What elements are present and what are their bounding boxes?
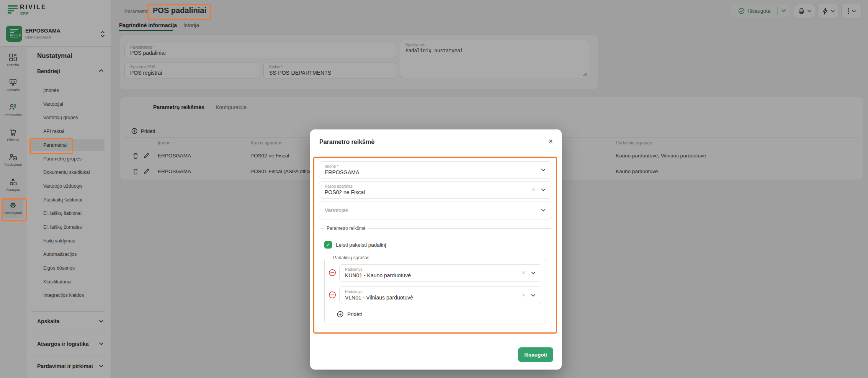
modal-title: Parametro reikšmė	[319, 139, 374, 146]
add-padalinys-label: Pridėti	[347, 311, 362, 317]
chevron-down-icon[interactable]	[531, 272, 536, 275]
chevron-down-icon[interactable]	[531, 294, 536, 297]
chevron-down-icon[interactable]	[541, 209, 546, 212]
check-icon: ✓	[326, 242, 330, 248]
padalinys-label: Padalinys	[345, 267, 542, 272]
padaliniai-group: Padalinių sąrašas Padalinys KUN01 - Kaun…	[324, 258, 546, 324]
plus-circle-icon	[337, 311, 343, 317]
parameter-value-group: Parametro reikšmė ✓ Leisti pakeisti pada…	[318, 228, 553, 329]
imone-select[interactable]: Įmonė * ERPOSGAMA	[319, 161, 552, 179]
clear-icon[interactable]: ✕	[521, 270, 526, 276]
padalinys-value: KUN01 - Kauno parduotuvė	[345, 272, 542, 278]
kasos-label: Kasos aparatas	[325, 184, 552, 188]
vartotojas-placeholder: Vartotojas	[325, 207, 552, 213]
chevron-down-icon[interactable]	[541, 188, 546, 191]
kasos-select[interactable]: Kasos aparatas POS02 ne Fiscal ✕	[319, 181, 552, 199]
close-icon[interactable]: ✕	[548, 138, 553, 145]
save-button-label: Išsaugoti	[524, 352, 547, 358]
list-legend: Padalinių sąrašas	[331, 255, 372, 260]
highlight-sidebar-parametrai	[29, 138, 73, 154]
kasos-value: POS02 ne Fiscal	[325, 189, 552, 195]
highlight-breadcrumb	[147, 4, 211, 20]
required-mark: *	[337, 164, 338, 169]
app-canvas: RIVILE ERP RIVILE ERPOSGAMA ERPOSGAMA	[0, 0, 868, 378]
clear-icon[interactable]: ✕	[531, 187, 536, 193]
padalinys-label: Padalinys	[345, 289, 542, 294]
padalinys-select[interactable]: Padalinys KUN01 - Kauno parduotuvė ✕	[339, 264, 542, 282]
padalinys-value: VLN01 - Vilniaus parduotuvė	[345, 295, 542, 301]
remove-row-icon[interactable]	[329, 269, 336, 277]
allow-change-checkbox[interactable]: ✓	[324, 241, 332, 249]
imone-value: ERPOSGAMA	[325, 169, 552, 175]
group-legend: Parametro reikšmė	[324, 226, 368, 231]
chevron-down-icon[interactable]	[541, 169, 546, 172]
vartotojas-select[interactable]: Vartotojas	[319, 201, 552, 219]
parameter-value-modal: Parametro reikšmė ✕ Įmonė * ERPOSGAMA Ka…	[310, 129, 562, 370]
remove-row-icon[interactable]	[329, 291, 336, 299]
save-button[interactable]: Išsaugoti	[518, 347, 553, 362]
add-padalinys-button[interactable]: Pridėti	[337, 311, 362, 317]
clear-icon[interactable]: ✕	[521, 292, 526, 298]
imone-label: Įmonė	[325, 164, 336, 169]
allow-change-label: Leisti pakeisti padalinį	[336, 242, 386, 248]
highlight-rail-nustatymai	[2, 198, 27, 221]
padalinys-select[interactable]: Padalinys VLN01 - Vilniaus parduotuvė ✕	[339, 286, 542, 304]
